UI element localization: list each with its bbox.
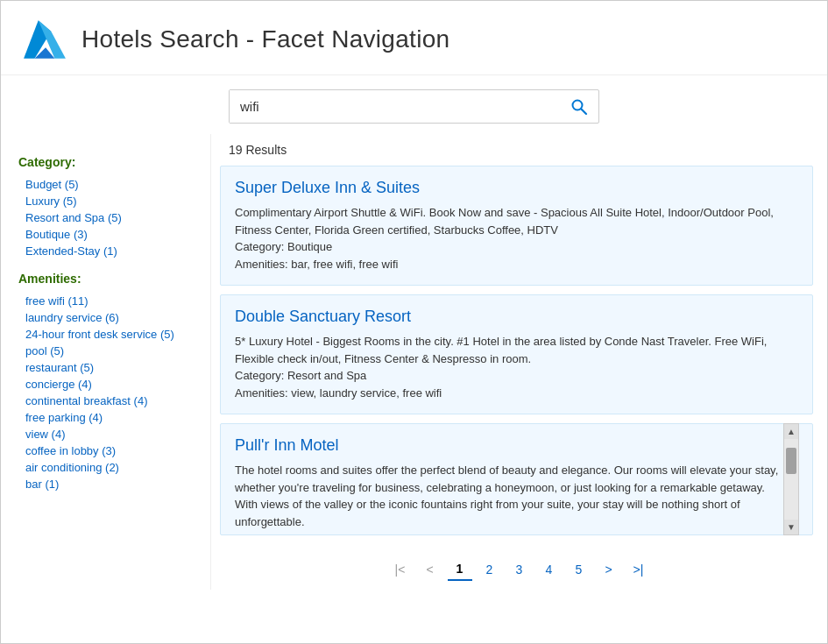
main-layout: Category: Budget (5) Luxury (5) Resort a… bbox=[1, 134, 827, 590]
header: Hotels Search - Facet Navigation bbox=[1, 1, 827, 75]
result-title-2[interactable]: Double Sanctuary Resort bbox=[235, 308, 798, 326]
pagination-page-2[interactable]: 2 bbox=[478, 559, 502, 580]
search-area bbox=[1, 75, 827, 134]
amenities-section-title: Amenities: bbox=[18, 272, 193, 286]
facet-front-desk[interactable]: 24-hour front desk service (5) bbox=[18, 326, 193, 343]
search-input[interactable] bbox=[230, 90, 560, 123]
scrollbar-thumb[interactable] bbox=[786, 448, 796, 474]
result-card-2: Double Sanctuary Resort 5* Luxury Hotel … bbox=[220, 294, 813, 414]
facet-concierge[interactable]: concierge (4) bbox=[18, 376, 193, 393]
search-icon bbox=[570, 98, 588, 116]
pagination: |< < 1 2 3 4 5 > >| bbox=[211, 544, 827, 590]
result-scrollbar-3[interactable]: ▲ ▼ bbox=[783, 423, 799, 535]
result-description-1: Complimentary Airport Shuttle & WiFi. Bo… bbox=[235, 206, 774, 237]
page-wrapper: Hotels Search - Facet Navigation Categor… bbox=[0, 0, 828, 644]
pagination-last[interactable]: >| bbox=[626, 559, 651, 580]
result-card-3-wrapper: Pull'r Inn Motel The hotel rooms and sui… bbox=[220, 423, 813, 535]
result-category-1: Category: Boutique bbox=[235, 240, 332, 253]
scrollbar-track bbox=[784, 439, 798, 520]
scrollbar-up-arrow[interactable]: ▲ bbox=[784, 424, 798, 439]
sidebar: Category: Budget (5) Luxury (5) Resort a… bbox=[1, 134, 211, 590]
page-title: Hotels Search - Facet Navigation bbox=[81, 25, 449, 53]
pagination-next[interactable]: > bbox=[597, 559, 621, 580]
facet-view[interactable]: view (4) bbox=[18, 426, 193, 442]
amenities-facets: free wifi (11) laundry service (6) 24-ho… bbox=[18, 293, 193, 492]
svg-line-4 bbox=[582, 109, 587, 114]
facet-free-wifi[interactable]: free wifi (11) bbox=[18, 293, 193, 309]
facet-laundry[interactable]: laundry service (6) bbox=[18, 309, 193, 326]
scrollbar-down-arrow[interactable]: ▼ bbox=[784, 520, 798, 534]
result-card-1: Super Deluxe Inn & Suites Complimentary … bbox=[220, 166, 813, 286]
azure-logo-icon bbox=[22, 17, 67, 62]
result-body-2: 5* Luxury Hotel - Biggest Rooms in the c… bbox=[235, 333, 798, 401]
facet-air-conditioning[interactable]: air conditioning (2) bbox=[18, 459, 193, 476]
result-amenities-1: Amenities: bar, free wifi, free wifi bbox=[235, 258, 398, 271]
search-button[interactable] bbox=[560, 91, 598, 123]
facet-continental-breakfast[interactable]: continental breakfast (4) bbox=[18, 393, 193, 409]
result-title-3[interactable]: Pull'r Inn Motel bbox=[235, 436, 781, 455]
result-category-2: Category: Resort and Spa bbox=[235, 369, 366, 382]
results-count: 19 Results bbox=[211, 134, 827, 166]
facet-restaurant[interactable]: restaurant (5) bbox=[18, 359, 193, 376]
result-card-3: Pull'r Inn Motel The hotel rooms and sui… bbox=[220, 423, 813, 535]
search-bar bbox=[229, 89, 599, 124]
result-amenities-2: Amenities: view, laundry service, free w… bbox=[235, 386, 442, 400]
facet-boutique[interactable]: Boutique (3) bbox=[18, 226, 193, 243]
facet-free-parking[interactable]: free parking (4) bbox=[18, 409, 193, 426]
result-body-1: Complimentary Airport Shuttle & WiFi. Bo… bbox=[235, 204, 798, 272]
pagination-page-5[interactable]: 5 bbox=[567, 559, 591, 580]
category-facets: Budget (5) Luxury (5) Resort and Spa (5)… bbox=[18, 176, 193, 259]
pagination-page-4[interactable]: 4 bbox=[537, 559, 562, 580]
pagination-first[interactable]: |< bbox=[388, 559, 413, 580]
result-title-1[interactable]: Super Deluxe Inn & Suites bbox=[235, 179, 798, 197]
result-description-2: 5* Luxury Hotel - Biggest Rooms in the c… bbox=[235, 335, 767, 365]
facet-luxury[interactable]: Luxury (5) bbox=[18, 193, 193, 209]
result-description-3: The hotel rooms and suites offer the per… bbox=[235, 464, 778, 528]
pagination-prev[interactable]: < bbox=[418, 559, 442, 580]
category-section-title: Category: bbox=[18, 155, 193, 169]
facet-resort-spa[interactable]: Resort and Spa (5) bbox=[18, 209, 193, 226]
facet-coffee-lobby[interactable]: coffee in lobby (3) bbox=[18, 442, 193, 459]
facet-pool[interactable]: pool (5) bbox=[18, 343, 193, 359]
facet-bar[interactable]: bar (1) bbox=[18, 476, 193, 492]
pagination-page-3[interactable]: 3 bbox=[507, 559, 532, 580]
facet-budget[interactable]: Budget (5) bbox=[18, 176, 193, 193]
result-body-3: The hotel rooms and suites offer the per… bbox=[235, 462, 781, 530]
facet-extended-stay[interactable]: Extended-Stay (1) bbox=[18, 243, 193, 259]
results-area: 19 Results Super Deluxe Inn & Suites Com… bbox=[211, 134, 827, 590]
pagination-page-1[interactable]: 1 bbox=[448, 558, 472, 581]
